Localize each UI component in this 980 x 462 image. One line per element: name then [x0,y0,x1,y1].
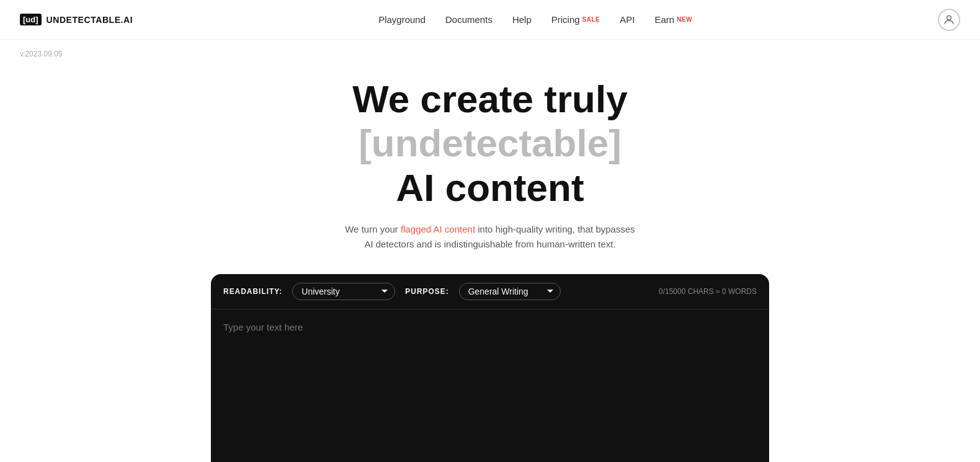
text-input[interactable] [223,322,757,462]
nav-item-api[interactable]: API [620,14,635,25]
logo[interactable]: [ud] UNDETECTABLE.AI [20,14,133,25]
svg-point-0 [947,16,951,20]
nav-label-earn: Earn [654,14,674,25]
hero-subtitle: We turn your flagged AI content into hig… [12,222,968,252]
nav-label-api: API [620,14,635,25]
hero-section: We create truly [undetectable] AI conten… [0,40,980,274]
nav-badge-earn: NEW [677,16,692,23]
logo-bracket: [ud] [20,14,42,25]
logo-text: UNDETECTABLE.AI [47,15,133,25]
hero-line2: [undetectable] [359,122,621,164]
char-count: 0/15000 CHARS ≈ 0 WORDS [659,287,757,296]
version-label: v.2023.09.05 [20,50,63,58]
hero-line1: We create truly [352,78,627,120]
purpose-select[interactable]: General WritingEssayArticleMarketing Mat… [459,283,561,300]
nav-label-help: Help [512,14,532,25]
readability-select[interactable]: Elementary SchoolMiddle SchoolHigh Schoo… [292,283,395,300]
subtitle-part1: We turn your [345,224,401,234]
header: [ud] UNDETECTABLE.AI PlaygroundDocuments… [0,0,980,40]
nav-item-documents[interactable]: Documents [445,14,492,25]
avatar-button[interactable] [938,9,960,31]
nav-item-earn[interactable]: EarnNEW [654,14,692,25]
nav-item-pricing[interactable]: PricingSALE [551,14,600,25]
purpose-label: PURPOSE: [405,287,448,296]
editor-body[interactable] [211,309,769,462]
hero-line3: AI content [396,166,584,209]
editor-toolbar: READABILITY: Elementary SchoolMiddle Sch… [211,274,769,309]
subtitle-part2: into high-quality writing, that bypasses [475,224,635,234]
nav-item-playground[interactable]: Playground [378,14,425,25]
subtitle-highlight: flagged AI content [401,224,475,234]
editor-card: READABILITY: Elementary SchoolMiddle Sch… [211,274,769,462]
nav-item-help[interactable]: Help [512,14,532,25]
nav-label-pricing: Pricing [551,14,580,25]
hero-title: We create truly [undetectable] AI conten… [12,77,968,210]
nav-label-documents: Documents [445,14,492,25]
subtitle-line2: AI detectors and is indistinguishable fr… [364,239,615,249]
nav-label-playground: Playground [378,14,425,25]
main-nav: PlaygroundDocumentsHelpPricingSALEAPIEar… [378,14,692,25]
nav-badge-pricing: SALE [582,16,600,23]
readability-label: READABILITY: [223,287,282,296]
